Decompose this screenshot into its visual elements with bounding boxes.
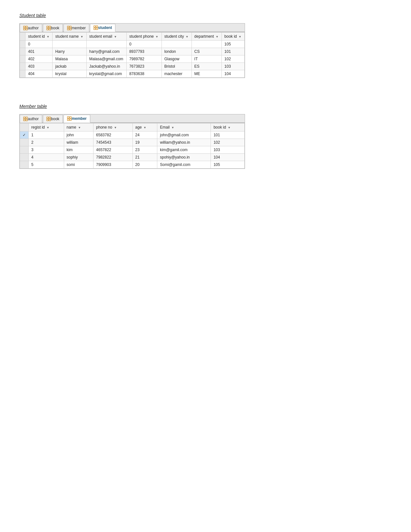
- cell-book-id: 105: [222, 41, 245, 48]
- row-selector: [20, 48, 25, 55]
- cell-age: 23: [132, 146, 157, 154]
- cell-student-id: 403: [25, 63, 53, 70]
- member-table: regist id ▼ name ▼ phone no ▼ age ▼ Emai…: [20, 123, 245, 169]
- cell-book-id: 104: [222, 70, 245, 78]
- col-student-name[interactable]: student name ▼: [53, 33, 86, 41]
- cell-name: sophiy: [64, 154, 93, 161]
- tab-book-member[interactable]: book: [43, 115, 63, 123]
- svg-rect-22: [47, 119, 48, 121]
- cell-student-name: [53, 41, 86, 48]
- svg-rect-19: [26, 119, 27, 121]
- svg-rect-21: [49, 117, 51, 119]
- svg-rect-27: [70, 119, 71, 121]
- table-row: 2 william 7454543 19 william@yahoo.in 10…: [20, 139, 245, 146]
- cell-student-name: krystal: [53, 70, 86, 78]
- svg-rect-26: [67, 119, 69, 121]
- col-email[interactable]: Email ▼: [157, 123, 211, 131]
- svg-rect-12: [94, 26, 95, 27]
- svg-rect-14: [94, 28, 95, 30]
- col-phone-no[interactable]: phone no ▼: [93, 123, 133, 131]
- tab-member-student[interactable]: member: [64, 24, 89, 32]
- cell-phone-no: 4657822: [93, 146, 133, 154]
- col-regist-id[interactable]: regist id ▼: [29, 123, 64, 131]
- cell-department: CS: [191, 48, 221, 55]
- col-name[interactable]: name ▼: [64, 123, 93, 131]
- cell-book-id: 105: [211, 161, 245, 169]
- svg-rect-3: [26, 28, 27, 30]
- cell-regist-id: 4: [29, 154, 64, 161]
- table-icon: [46, 26, 51, 30]
- cell-book-id: 102: [222, 55, 245, 63]
- cell-student-email: Malasa@gmail.com: [86, 55, 126, 63]
- svg-rect-9: [70, 26, 71, 28]
- col-age[interactable]: age ▼: [132, 123, 157, 131]
- row-selector: [20, 161, 29, 169]
- cell-regist-id: 1: [29, 131, 64, 139]
- col-book-id[interactable]: book id ▼: [211, 123, 245, 131]
- cell-book-id: 103: [211, 146, 245, 154]
- cell-age: 19: [132, 139, 157, 146]
- member-section: Member table author book: [19, 104, 392, 188]
- cell-student-phone: 7989782: [126, 55, 161, 63]
- cell-book-id: 104: [211, 154, 245, 161]
- tab-book-student[interactable]: book: [43, 24, 63, 32]
- cell-name: john: [64, 131, 93, 139]
- tab-member-label: member: [72, 26, 86, 30]
- row-selector: [20, 146, 29, 154]
- row-selector: [20, 154, 29, 161]
- table-icon: [46, 117, 51, 121]
- svg-rect-20: [47, 117, 48, 119]
- cell-book-id: 103: [222, 63, 245, 70]
- table-row: 4 sophiy 7982822 21 spohiy@yahoo.in 104: [20, 154, 245, 161]
- row-selector: [20, 55, 25, 63]
- selector-header: [20, 33, 25, 41]
- svg-rect-13: [96, 26, 98, 27]
- cell-book-id: 101: [222, 48, 245, 55]
- tab-author-member[interactable]: author: [20, 115, 42, 123]
- cell-age: 24: [132, 131, 157, 139]
- tab-student-active[interactable]: student: [90, 24, 115, 32]
- col-department[interactable]: department ▼: [191, 33, 221, 41]
- row-selector: [20, 41, 25, 48]
- table-icon: [67, 116, 72, 121]
- member-tab-bar: author book member: [20, 114, 245, 123]
- row-selector: [20, 63, 25, 70]
- cell-book-id: 102: [211, 139, 245, 146]
- table-row: 404 krystal krystal@gmail.com 8783638 ma…: [20, 70, 245, 78]
- cell-student-id: 0: [25, 41, 53, 48]
- svg-rect-4: [47, 26, 48, 28]
- svg-rect-6: [47, 28, 48, 30]
- col-student-email[interactable]: student email ▼: [86, 33, 126, 41]
- tab-book-label: book: [51, 117, 59, 121]
- cell-regist-id: 3: [29, 146, 64, 154]
- tab-member-label: member: [72, 116, 87, 121]
- cell-phone-no: 7454543: [93, 139, 133, 146]
- tab-book-label: book: [51, 26, 59, 30]
- tab-member-active[interactable]: member: [64, 115, 90, 123]
- col-book-id[interactable]: book id ▼: [222, 33, 245, 41]
- table-row: ✓ 1 john 6583782 24 john@gmail.com 101: [20, 131, 245, 139]
- svg-rect-25: [70, 117, 71, 118]
- cell-student-phone: 8783638: [126, 70, 161, 78]
- table-icon: [23, 26, 28, 30]
- table-row: 403 jackab Jackab@yahoo.in 7673823 Brist…: [20, 63, 245, 70]
- cell-age: 20: [132, 161, 157, 169]
- svg-rect-16: [24, 117, 25, 119]
- cell-department: ES: [191, 63, 221, 70]
- student-db-container: author book member: [19, 23, 245, 78]
- cell-student-city: [161, 41, 191, 48]
- cell-student-city: machester: [161, 70, 191, 78]
- cell-regist-id: 2: [29, 139, 64, 146]
- col-student-phone[interactable]: student phone ▼: [126, 33, 161, 41]
- col-student-id[interactable]: student id ▼: [25, 33, 53, 41]
- col-student-city[interactable]: student city ▼: [161, 33, 191, 41]
- cell-regist-id: 5: [29, 161, 64, 169]
- cell-email: spohiy@yahoo.in: [157, 154, 211, 161]
- tab-author-student[interactable]: author: [20, 24, 42, 32]
- table-row: 5 somi 7909903 20 Somi@gamil.com 105: [20, 161, 245, 169]
- member-db-container: author book member: [19, 114, 245, 169]
- cell-student-phone: 7673823: [126, 63, 161, 70]
- cell-student-name: jackab: [53, 63, 86, 70]
- cell-name: william: [64, 139, 93, 146]
- student-table: student id ▼ student name ▼ student emai…: [20, 32, 245, 78]
